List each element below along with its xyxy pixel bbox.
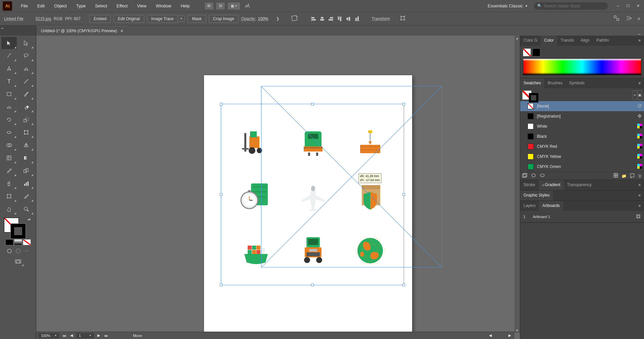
lasso-tool[interactable]	[18, 50, 34, 62]
delete-swatch-icon[interactable]: 🗑	[638, 174, 642, 178]
menu-view[interactable]: View	[132, 1, 151, 10]
transform-label[interactable]: Transform	[372, 16, 390, 21]
next-artboard-icon[interactable]: ▶	[96, 333, 101, 338]
color-mode-solid[interactable]	[5, 239, 13, 245]
tab-align[interactable]: Align	[577, 36, 593, 46]
gradient-tool[interactable]	[18, 152, 34, 164]
color-mode-none[interactable]	[23, 239, 31, 245]
tab-layers[interactable]: Layers	[520, 201, 539, 211]
swatch-libraries-icon[interactable]	[522, 173, 528, 179]
direct-selection-tool[interactable]	[18, 37, 34, 49]
shape-builder-tool[interactable]	[1, 139, 17, 151]
tab-artboards[interactable]: Artboards	[539, 201, 563, 211]
scroll-up-icon[interactable]: ▲	[514, 36, 520, 41]
menu-edit[interactable]: Edit	[33, 1, 49, 10]
tab-brushes[interactable]: Brushes	[544, 78, 566, 88]
scroll-left-icon[interactable]: ◀	[488, 333, 493, 338]
arrange-documents-icon[interactable]: ▦▼	[227, 2, 241, 10]
swatch-options-icon[interactable]	[540, 173, 545, 179]
swatches-panel-menu-icon[interactable]: ≡	[635, 78, 644, 88]
snap-pixel-icon[interactable]	[613, 15, 620, 22]
layers-panel-menu-icon[interactable]: ≡	[635, 201, 644, 211]
menu-select[interactable]: Select	[90, 1, 112, 10]
artboard-row[interactable]: 1Artboard 1	[520, 211, 644, 222]
type-tool[interactable]: T	[1, 75, 17, 87]
tab-transform[interactable]: Transfo	[557, 36, 577, 46]
tab-swatches[interactable]: Swatches	[520, 78, 544, 88]
menu-effect[interactable]: Effect	[112, 1, 132, 10]
tab-symbols[interactable]: Symbols	[566, 78, 588, 88]
align-vcenter-icon[interactable]	[344, 15, 352, 23]
menu-help[interactable]: Help	[176, 1, 194, 10]
stroke-swatch[interactable]	[11, 224, 26, 239]
workspace-selector[interactable]: Essentials Classic ▼	[484, 2, 531, 10]
perspective-tool[interactable]	[18, 139, 34, 151]
mask-button[interactable]: Mask	[188, 15, 206, 23]
edit-original-button[interactable]: Edit Original	[113, 15, 144, 23]
align-top-icon[interactable]	[336, 15, 344, 23]
rectangle-tool[interactable]	[1, 88, 17, 100]
hand-tool[interactable]	[1, 203, 17, 215]
handle-sw[interactable]	[220, 284, 222, 286]
last-artboard-icon[interactable]: ⏭	[103, 334, 109, 338]
recolor-icon[interactable]	[291, 14, 299, 23]
crop-button[interactable]: Crop Image	[209, 15, 239, 23]
eraser-tool[interactable]	[18, 101, 34, 113]
draw-behind-icon[interactable]	[14, 247, 22, 255]
close-tab-icon[interactable]: ×	[120, 28, 123, 34]
swatch-row[interactable]: White	[520, 121, 644, 131]
preferences-icon[interactable]	[626, 15, 632, 22]
color-panel-menu-icon[interactable]: ≡	[635, 36, 644, 46]
artboard-options-icon[interactable]	[636, 214, 641, 219]
screen-mode-icon[interactable]	[12, 257, 24, 267]
new-swatch-icon[interactable]	[630, 173, 635, 179]
linked-file-label[interactable]: Linked File	[4, 16, 23, 21]
blend-tool[interactable]	[18, 165, 34, 177]
bridge-icon[interactable]: Br	[204, 2, 214, 10]
eyedropper-tool[interactable]	[1, 165, 17, 177]
image-trace-button[interactable]: Image Trace	[147, 15, 178, 23]
opacity-value[interactable]: 100%	[258, 16, 274, 21]
width-tool[interactable]	[1, 126, 17, 138]
artboard-nav[interactable]: 1▼	[76, 333, 94, 338]
first-artboard-icon[interactable]: ⏮	[61, 334, 67, 338]
handle-nw[interactable]	[220, 103, 222, 105]
artboard-tool[interactable]	[1, 190, 17, 202]
handle-ne[interactable]	[402, 103, 405, 105]
filename-label[interactable]: 5215.jpg	[36, 16, 51, 21]
minimize-button[interactable]: ─	[614, 3, 621, 9]
symbol-sprayer-tool[interactable]	[1, 177, 17, 189]
styles-panel-menu-icon[interactable]: ≡	[635, 190, 644, 201]
maximize-button[interactable]: ☐	[625, 3, 631, 9]
swatch-grid-view-icon[interactable]: ▦	[638, 90, 642, 100]
fill-stroke-control[interactable]: ⇄	[1, 217, 35, 238]
panel-expand-icon[interactable]: ▸▸	[520, 33, 644, 36]
pen-tool[interactable]	[1, 62, 17, 75]
swatch-kind-icon[interactable]	[531, 173, 536, 179]
isolate-icon[interactable]	[399, 15, 406, 23]
scroll-right-icon[interactable]: ▶	[507, 333, 512, 338]
color-fill-swatch[interactable]	[523, 48, 531, 56]
curvature-tool[interactable]	[18, 62, 34, 75]
paintbrush-tool[interactable]	[18, 88, 34, 100]
line-tool[interactable]	[18, 75, 34, 87]
swatch-row[interactable]: CMYK Yellow	[520, 152, 644, 162]
handle-s[interactable]	[311, 284, 314, 286]
stock-icon[interactable]: St	[216, 2, 225, 10]
close-button[interactable]: ✕	[635, 3, 641, 9]
menu-file[interactable]: File	[16, 1, 33, 10]
color-spectrum[interactable]	[523, 58, 641, 75]
free-transform-tool[interactable]	[18, 126, 34, 138]
swatch-row[interactable]: [None]	[520, 101, 644, 111]
zoom-selector[interactable]: 100%▼	[38, 333, 59, 338]
tab-color[interactable]: Color	[541, 36, 557, 46]
panel-menu-icon[interactable]: ≡	[638, 16, 640, 21]
canvas[interactable]: dX: 41.28 mm dY: -17.64 mm ▲ ▼ 100%▼ ⏮ ◀…	[36, 36, 520, 339]
align-bottom-icon[interactable]	[353, 15, 361, 23]
vertical-scrollbar[interactable]: ▲ ▼	[514, 36, 520, 333]
tab-graphic-styles[interactable]: Graphic Styles	[520, 190, 553, 201]
image-trace-dropdown[interactable]: ▼	[178, 15, 185, 22]
swap-fill-stroke-icon[interactable]: ⇄	[28, 218, 31, 221]
swatch-row[interactable]: CMYK Green	[520, 162, 644, 172]
opacity-more-icon[interactable]: ❯	[276, 16, 279, 21]
